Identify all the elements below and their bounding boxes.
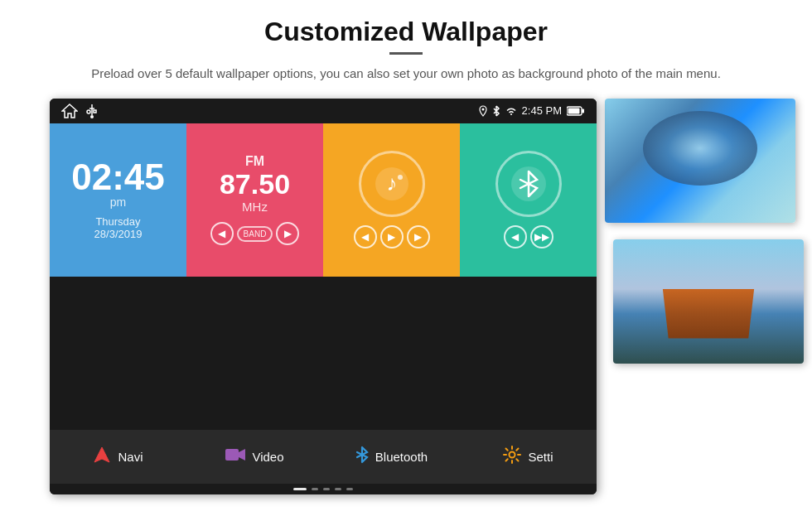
side-photos [588, 99, 804, 364]
title-divider [389, 52, 423, 55]
svg-point-12 [398, 175, 403, 180]
nav-label-navi: Navi [118, 450, 143, 464]
svg-point-3 [87, 110, 90, 113]
settings-icon [503, 446, 521, 468]
nav-item-video[interactable]: Video [186, 430, 323, 484]
svg-rect-4 [94, 110, 96, 113]
wallpaper-photo-1 [605, 99, 795, 223]
svg-marker-14 [94, 447, 109, 462]
music-play-button[interactable]: ▶ [380, 225, 404, 248]
bluetooth-status-icon [492, 105, 500, 117]
bt-controls: ◀ ▶▶ [504, 225, 553, 248]
page-dot-1[interactable] [293, 488, 307, 490]
svg-point-5 [90, 115, 94, 118]
wallpaper-photo-2 [613, 239, 804, 364]
battery-icon [567, 106, 585, 116]
clock-day: Thursday [95, 215, 140, 228]
fm-controls: ◀ BAND ▶ [210, 222, 300, 245]
fm-unit: MHz [242, 200, 268, 214]
svg-point-6 [481, 108, 484, 110]
music-tile[interactable]: ♪ ◀ ▶ ▶ [323, 123, 460, 277]
bt-icon-wrapper [495, 151, 562, 217]
content-area: 2:45 PM 02:45 pm Thursday 28/3/2019 [50, 99, 762, 494]
location-icon [479, 105, 487, 117]
svg-text:♪: ♪ [386, 171, 397, 195]
music-icon-wrapper: ♪ [359, 151, 425, 217]
music-controls: ◀ ▶ ▶ [354, 225, 430, 248]
golden-gate-image [613, 239, 804, 364]
clock-ampm: pm [110, 195, 126, 209]
page-dot-5[interactable] [346, 488, 353, 490]
fm-label: FM [245, 154, 264, 169]
nav-item-navi[interactable]: Navi [50, 430, 186, 484]
fm-prev-button[interactable]: ◀ [210, 222, 234, 245]
bluetooth-tile-icon [510, 165, 548, 203]
nav-label-video: Video [252, 450, 283, 464]
svg-marker-16 [239, 449, 245, 461]
status-time: 2:45 PM [522, 104, 562, 117]
device-screen: 2:45 PM 02:45 pm Thursday 28/3/2019 [50, 99, 597, 494]
clock-date: 28/3/2019 [94, 228, 143, 240]
app-grid: 02:45 pm Thursday 28/3/2019 FM 87.50 MHz… [50, 123, 597, 430]
music-note-icon: ♪ [374, 166, 410, 202]
navi-icon [93, 446, 111, 468]
bt-prev-button[interactable]: ◀ [504, 225, 527, 248]
bottom-nav: Navi Video [50, 430, 597, 484]
fm-band-button[interactable]: BAND [237, 226, 273, 242]
bluetooth-tile[interactable]: ◀ ▶▶ [460, 123, 597, 277]
bt-skip-button[interactable]: ▶▶ [530, 225, 553, 248]
svg-rect-15 [225, 449, 239, 461]
page-dots [50, 484, 597, 494]
nav-item-settings[interactable]: Setti [460, 430, 597, 484]
clock-tile[interactable]: 02:45 pm Thursday 28/3/2019 [50, 123, 186, 277]
ice-cave-image [605, 99, 795, 223]
page-title: Customized Wallpaper [50, 17, 762, 47]
page-dot-2[interactable] [312, 488, 318, 490]
svg-marker-0 [62, 104, 77, 118]
nav-item-bluetooth[interactable]: Bluetooth [323, 430, 460, 484]
status-right: 2:45 PM [479, 104, 585, 117]
page-dot-3[interactable] [323, 488, 330, 490]
fm-next-button[interactable]: ▶ [276, 222, 299, 245]
wifi-icon [505, 106, 517, 116]
music-next-button[interactable]: ▶ [407, 225, 430, 248]
nav-label-settings: Setti [528, 450, 553, 464]
fm-frequency: 87.50 [220, 169, 290, 200]
status-left [61, 104, 98, 118]
svg-rect-8 [582, 109, 584, 113]
page-subtitle: Preload over 5 default wallpaper options… [50, 65, 762, 84]
svg-rect-9 [568, 108, 580, 113]
page-wrapper: Customized Wallpaper Preload over 5 defa… [0, 0, 812, 511]
page-dot-4[interactable] [335, 488, 341, 490]
clock-time: 02:45 [71, 159, 165, 195]
svg-point-17 [510, 451, 515, 457]
nav-label-bluetooth: Bluetooth [375, 450, 428, 464]
usb-icon [86, 104, 98, 118]
bt-nav-icon [355, 446, 369, 468]
fm-tile[interactable]: FM 87.50 MHz ◀ BAND ▶ [186, 123, 323, 277]
home-icon [61, 104, 78, 118]
status-bar: 2:45 PM [50, 99, 597, 123]
video-icon [225, 447, 245, 466]
music-prev-button[interactable]: ◀ [354, 225, 377, 248]
